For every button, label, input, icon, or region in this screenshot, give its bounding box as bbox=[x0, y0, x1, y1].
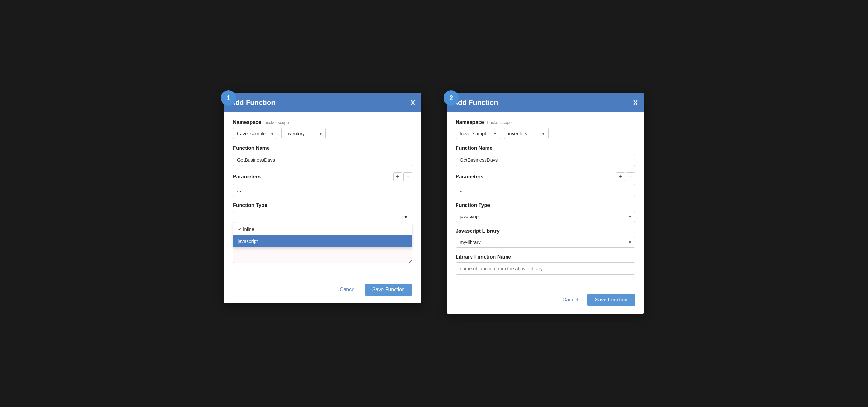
dialog2-namespace-sub: bucket.scope bbox=[487, 120, 512, 125]
dialog2-cancel-button[interactable]: Cancel bbox=[557, 294, 584, 306]
dialog1-scope-select[interactable]: inventory bbox=[281, 128, 326, 139]
dialog1-cancel-button[interactable]: Cancel bbox=[335, 284, 361, 296]
dialog2-namespace-group: Namespace bucket.scope travel-sample ▼ i… bbox=[456, 120, 635, 139]
dialog1-function-name-group: Function Name bbox=[233, 145, 412, 166]
dialog2-lib-function-name-input[interactable] bbox=[456, 262, 635, 275]
dialog1-function-name-input[interactable] bbox=[233, 154, 412, 166]
dialog2-function-type-group: Function Type inlinejavascript ▼ bbox=[456, 203, 635, 222]
dialog2-function-name-label: Function Name bbox=[456, 145, 635, 151]
dialog1-function-type-chevron-icon: ▼ bbox=[403, 214, 408, 220]
dialog2-param-btn-group: + - bbox=[616, 172, 635, 181]
dialog1-namespace-sub: bucket.scope bbox=[265, 120, 289, 125]
dialog1-bucket-select[interactable]: travel-sample bbox=[233, 128, 277, 139]
dialog1-params-header: Parameters + - bbox=[233, 172, 412, 181]
dialog2-js-library-select-wrapper: my-library ▼ bbox=[456, 237, 635, 248]
dialog1-namespace-group: Namespace bucket.scope travel-sample ▼ i… bbox=[233, 120, 412, 139]
dialog1-add-param-button[interactable]: + bbox=[393, 172, 402, 181]
dialog1-wrapper: 1 Add Function X Namespace bucket.scope … bbox=[224, 94, 421, 303]
dialog2-add-param-button[interactable]: + bbox=[616, 172, 625, 181]
dialog2-function-name-input[interactable] bbox=[456, 154, 635, 166]
dialog2-scope-select[interactable]: inventory bbox=[504, 128, 549, 139]
dialog2-close-button[interactable]: X bbox=[633, 99, 638, 106]
dialog1-namespace-row: travel-sample ▼ inventory ▼ bbox=[233, 128, 412, 139]
step1-badge: 1 bbox=[221, 90, 236, 106]
dialog1-option-inline[interactable]: inline bbox=[233, 223, 412, 235]
dialog1-save-button[interactable]: Save Function bbox=[365, 284, 412, 296]
dialog2-namespace-label: Namespace bucket.scope bbox=[456, 120, 635, 125]
dialog2-wrapper: 2 Add Function X Namespace bucket.scope … bbox=[447, 94, 644, 313]
dialog1-function-type-dropdown: inline javascript bbox=[233, 223, 412, 247]
dialog1-remove-param-button[interactable]: - bbox=[403, 172, 412, 181]
dialog2-save-button[interactable]: Save Function bbox=[587, 294, 635, 306]
dialog2-bucket-select[interactable]: travel-sample bbox=[456, 128, 500, 139]
dialog2-scope-select-wrapper: inventory ▼ bbox=[504, 128, 549, 139]
dialog2-js-library-select[interactable]: my-library bbox=[456, 237, 635, 248]
dialog2-bucket-select-wrapper: travel-sample ▼ bbox=[456, 128, 500, 139]
dialog2-lib-function-name-group: Library Function Name bbox=[456, 254, 635, 275]
dialog1-parameters-group: Parameters + - bbox=[233, 172, 412, 196]
dialog1-footer: Cancel Save Function bbox=[224, 278, 421, 303]
dialog1-body: Namespace bucket.scope travel-sample ▼ i… bbox=[224, 112, 421, 278]
dialog2-params-header: Parameters + - bbox=[456, 172, 635, 181]
dialog1-function-name-label: Function Name bbox=[233, 145, 412, 151]
dialog1-bucket-select-wrapper: travel-sample ▼ bbox=[233, 128, 277, 139]
dialog2-parameters-group: Parameters + - bbox=[456, 172, 635, 196]
dialogs-container: 1 Add Function X Namespace bucket.scope … bbox=[224, 94, 644, 313]
dialog2-footer: Cancel Save Function bbox=[447, 289, 644, 313]
dialog1-function-type-area: ▼ inline javascript bbox=[233, 211, 412, 223]
dialog2-parameters-label: Parameters bbox=[456, 174, 483, 180]
dialog1-parameters-input[interactable] bbox=[233, 184, 412, 196]
dialog2-body: Namespace bucket.scope travel-sample ▼ i… bbox=[447, 112, 644, 289]
dialog2: Add Function X Namespace bucket.scope tr… bbox=[447, 94, 644, 313]
dialog1-scope-select-wrapper: inventory ▼ bbox=[281, 128, 326, 139]
dialog1-title: Add Function bbox=[230, 99, 276, 107]
dialog1-function-type-display[interactable]: ▼ bbox=[233, 211, 412, 223]
dialog2-function-type-select-wrapper: inlinejavascript ▼ bbox=[456, 211, 635, 222]
dialog1-namespace-label: Namespace bucket.scope bbox=[233, 120, 412, 125]
dialog2-namespace-row: travel-sample ▼ inventory ▼ bbox=[456, 128, 635, 139]
dialog2-function-name-group: Function Name bbox=[456, 145, 635, 166]
dialog1-function-type-group: Function Type ▼ inline javascript bbox=[233, 203, 412, 223]
dialog1-close-button[interactable]: X bbox=[411, 99, 415, 106]
dialog1-header: Add Function X bbox=[224, 94, 421, 112]
dialog2-function-type-select[interactable]: inlinejavascript bbox=[456, 211, 635, 222]
dialog2-js-library-label: Javascript Library bbox=[456, 228, 635, 234]
dialog2-title: Add Function bbox=[453, 99, 498, 107]
dialog2-js-library-group: Javascript Library my-library ▼ bbox=[456, 228, 635, 248]
dialog2-header: Add Function X bbox=[447, 94, 644, 112]
dialog2-lib-function-name-label: Library Function Name bbox=[456, 254, 635, 260]
dialog2-remove-param-button[interactable]: - bbox=[626, 172, 635, 181]
dialog1-option-javascript[interactable]: javascript bbox=[233, 235, 412, 247]
dialog1-param-btn-group: + - bbox=[393, 172, 412, 181]
step2-badge: 2 bbox=[443, 90, 459, 106]
dialog1: Add Function X Namespace bucket.scope tr… bbox=[224, 94, 421, 303]
dialog2-parameters-input[interactable] bbox=[456, 184, 635, 196]
dialog1-parameters-label: Parameters bbox=[233, 174, 260, 180]
dialog1-function-type-label: Function Type bbox=[233, 203, 412, 208]
dialog2-function-type-label: Function Type bbox=[456, 203, 635, 208]
